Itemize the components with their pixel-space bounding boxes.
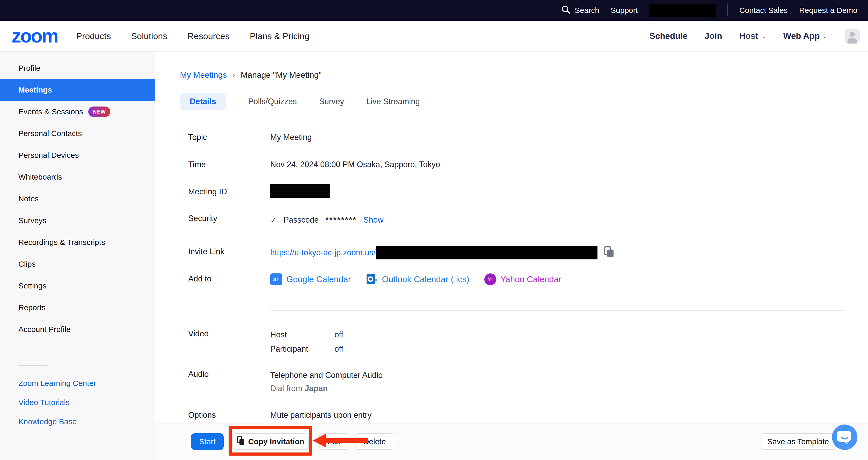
main-header: zoom Products Solutions Resources Plans … [0,21,868,52]
host-menu[interactable]: Host ⌄ [739,31,766,41]
contact-sales-link[interactable]: Contact Sales [739,6,788,15]
section-divider [270,310,845,311]
nav-solutions[interactable]: Solutions [131,31,167,41]
topic-value: My Meeting [270,133,312,142]
invite-link-row: https://u-tokyo-ac-jp.zoom.us/ [270,246,615,259]
tab-details[interactable]: Details [180,93,226,110]
sidebar-item-label: Recordings & Transcripts [19,238,105,247]
passcode-mask: ******** [326,215,357,225]
sidebar-item-account-profile[interactable]: Account Profile [0,318,155,340]
breadcrumb-current: Manage "My Meeting" [241,70,322,80]
google-calendar-link[interactable]: 31 Google Calendar [270,274,351,285]
topic-label: Topic [188,133,207,142]
yahoo-calendar-label: Yahoo Calendar [500,275,561,284]
sidebar-item-profile[interactable]: Profile [0,57,155,79]
edit-button[interactable]: Edit [319,433,349,450]
header-actions: Schedule Join Host ⌄ Web App ⌄ [650,29,868,44]
sidebar-item-personal-devices[interactable]: Personal Devices [0,144,155,166]
sidebar-link-learning-center[interactable]: Zoom Learning Center [0,374,155,393]
outlook-calendar-link[interactable]: Outlook Calendar (.ics) [366,272,469,286]
save-as-template-button[interactable]: Save as Template [761,433,836,450]
video-host-label: Host [270,330,335,340]
sidebar-item-whiteboards[interactable]: Whiteboards [0,166,155,188]
sidebar-item-clips[interactable]: Clips [0,253,155,275]
video-host-row: Host off [270,330,343,340]
sidebar-item-settings[interactable]: Settings [0,275,155,297]
footer-action-bar: Start Copy Invitation Edit Delete Save a… [155,423,868,460]
topbar-divider [727,4,728,16]
tab-polls-quizzes[interactable]: Polls/Quizzes [248,97,297,106]
user-avatar[interactable] [845,29,860,44]
web-app-label: Web App [783,31,819,41]
sidebar-item-label: Notes [19,194,38,203]
sidebar-item-reports[interactable]: Reports [0,297,155,318]
zoom-logo[interactable]: zoom [12,26,58,46]
chat-support-button[interactable] [832,425,858,450]
dial-from-country: Japan [305,384,328,393]
sidebar-item-label: Events & Sessions [19,107,83,116]
sidebar-item-surveys[interactable]: Surveys [0,210,155,231]
search-button[interactable]: Search [561,5,599,16]
video-participant-value: off [335,344,343,354]
video-label: Video [188,329,209,339]
redacted-account-block [649,4,716,17]
sidebar-item-events-sessions[interactable]: Events & Sessions NEW [0,101,155,122]
copy-invitation-label: Copy Invitation [248,437,304,446]
video-participant-label: Participant [270,344,335,354]
sidebar-item-label: Reports [19,303,45,312]
delete-button[interactable]: Delete [355,433,394,450]
add-to-row: 31 Google Calendar Outlook Calendar (.ic… [270,272,561,287]
tab-bar: Details Polls/Quizzes Survey Live Stream… [180,92,420,111]
join-link[interactable]: Join [705,31,722,41]
request-demo-link[interactable]: Request a Demo [799,6,858,15]
top-utility-bar: Search Support Contact Sales Request a D… [0,0,868,21]
web-app-menu[interactable]: Web App ⌄ [783,31,828,41]
main-content: My Meetings › Manage "My Meeting" Detail… [155,52,868,460]
invite-link-url[interactable]: https://u-tokyo-ac-jp.zoom.us/ [270,248,376,257]
sidebar: Profile Meetings Events & Sessions NEW P… [0,52,155,460]
support-link[interactable]: Support [611,6,638,15]
yahoo-calendar-link[interactable]: Y! Yahoo Calendar [484,274,561,285]
tab-survey[interactable]: Survey [319,97,344,106]
chevron-down-icon: ⌄ [823,33,828,40]
nav-plans-pricing[interactable]: Plans & Pricing [250,31,310,41]
host-label: Host [739,31,758,41]
options-label: Options [188,410,216,420]
sidebar-link-video-tutorials[interactable]: Video Tutorials [0,393,155,412]
schedule-link[interactable]: Schedule [650,31,688,41]
breadcrumb-my-meetings[interactable]: My Meetings [180,70,227,80]
main-nav: Products Solutions Resources Plans & Pri… [76,31,309,41]
outlook-calendar-icon [366,272,378,286]
sidebar-item-meetings[interactable]: Meetings [0,79,155,101]
tab-live-streaming[interactable]: Live Streaming [366,97,420,106]
chat-bubble-icon [837,430,852,445]
invite-link-redacted [376,246,597,259]
dial-from-row: Dial from Japan [270,384,328,393]
sidebar-item-recordings-transcripts[interactable]: Recordings & Transcripts [0,231,155,253]
sidebar-item-label: Account Profile [19,325,71,334]
copy-icon [237,436,245,447]
person-icon [845,29,860,44]
show-passcode-link[interactable]: Show [364,215,384,225]
sidebar-item-notes[interactable]: Notes [0,188,155,210]
meeting-id-label: Meeting ID [188,187,227,196]
zoom-web-portal: Search Support Contact Sales Request a D… [0,0,868,460]
video-participant-row: Participant off [270,344,343,354]
security-label: Security [188,214,217,223]
search-label: Search [575,6,599,15]
sidebar-item-personal-contacts[interactable]: Personal Contacts [0,122,155,144]
google-calendar-icon: 31 [270,274,282,285]
google-calendar-label: Google Calendar [286,275,351,284]
new-badge: NEW [88,107,110,117]
copy-invitation-button[interactable]: Copy Invitation [232,433,309,450]
sidebar-link-knowledge-base[interactable]: Knowledge Base [0,412,155,431]
nav-products[interactable]: Products [76,31,111,41]
nav-resources[interactable]: Resources [187,31,229,41]
outlook-calendar-label: Outlook Calendar (.ics) [382,275,469,284]
start-button[interactable]: Start [191,433,224,450]
sidebar-item-label: Settings [19,282,46,290]
audio-value: Telephone and Computer Audio [270,371,382,380]
copy-link-icon[interactable] [604,246,615,259]
invite-link-label: Invite Link [188,247,224,256]
chevron-right-icon: › [232,71,235,79]
